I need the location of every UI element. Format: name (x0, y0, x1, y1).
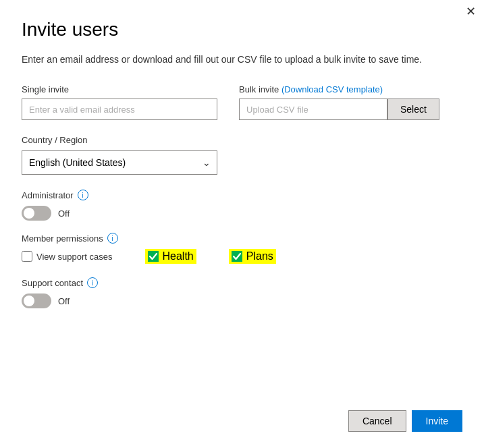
health-label: Health (163, 250, 194, 262)
support-contact-header: Support contact i (22, 277, 462, 288)
toggle-thumb (24, 208, 34, 219)
administrator-off-label: Off (58, 208, 70, 219)
member-permissions-header: Member permissions i (22, 233, 462, 244)
administrator-section: Administrator i Off (22, 190, 462, 221)
health-check-icon (148, 251, 159, 262)
select-button[interactable]: Select (387, 99, 439, 120)
csv-upload-input[interactable] (239, 99, 387, 120)
footer-row: Cancel Invite (348, 410, 462, 432)
bulk-invite-col: Bulk invite (Download CSV template) Sele… (239, 84, 439, 120)
invite-button[interactable]: Invite (412, 410, 462, 432)
member-permissions-info-icon[interactable]: i (107, 233, 118, 244)
support-contact-info-icon[interactable]: i (87, 277, 98, 288)
bulk-upload-row: Select (239, 99, 439, 120)
invite-users-dialog: ✕ Invite users Enter an email address or… (0, 0, 484, 448)
single-invite-label: Single invite (22, 84, 217, 94)
plans-label: Plans (246, 250, 273, 262)
close-button[interactable]: ✕ (466, 5, 476, 18)
country-select-wrapper: English (United States) ⌄ (22, 150, 217, 175)
view-support-checkbox-item: View support cases (22, 251, 113, 262)
country-region-label: Country / Region (22, 135, 462, 145)
country-select[interactable]: English (United States) (22, 150, 217, 175)
dialog-description: Enter an email address or download and f… (22, 53, 462, 67)
support-contact-section: Support contact i Off (22, 277, 462, 308)
country-region-section: Country / Region English (United States)… (22, 135, 462, 175)
cancel-button[interactable]: Cancel (348, 410, 406, 432)
support-contact-off-label: Off (58, 296, 70, 306)
support-contact-toggle-row: Off (22, 293, 462, 308)
administrator-toggle-row: Off (22, 206, 462, 221)
administrator-toggle[interactable] (22, 206, 51, 221)
support-toggle-thumb (24, 296, 34, 306)
dialog-title: Invite users (22, 19, 462, 40)
plans-checkbox-item: Plans (229, 249, 276, 264)
member-permissions-section: Member permissions i View support cases … (22, 233, 462, 264)
plans-check-icon (232, 251, 242, 262)
administrator-header: Administrator i (22, 190, 462, 200)
bulk-invite-label: Bulk invite (Download CSV template) (239, 84, 439, 94)
single-invite-col: Single invite (22, 84, 217, 120)
support-contact-label: Support contact (22, 278, 83, 288)
administrator-info-icon[interactable]: i (78, 190, 88, 200)
administrator-label: Administrator (22, 190, 74, 200)
view-support-label[interactable]: View support cases (36, 252, 113, 262)
health-checkbox-item: Health (145, 249, 196, 264)
permissions-checkboxes-row: View support cases Health Plans (22, 249, 462, 264)
view-support-checkbox[interactable] (22, 251, 32, 262)
invite-fields-row: Single invite Bulk invite (Download CSV … (22, 84, 462, 120)
support-contact-toggle[interactable] (22, 293, 51, 308)
member-permissions-label: Member permissions (22, 233, 103, 244)
single-invite-input[interactable] (22, 99, 217, 120)
download-csv-link[interactable]: (Download CSV template) (281, 84, 383, 94)
